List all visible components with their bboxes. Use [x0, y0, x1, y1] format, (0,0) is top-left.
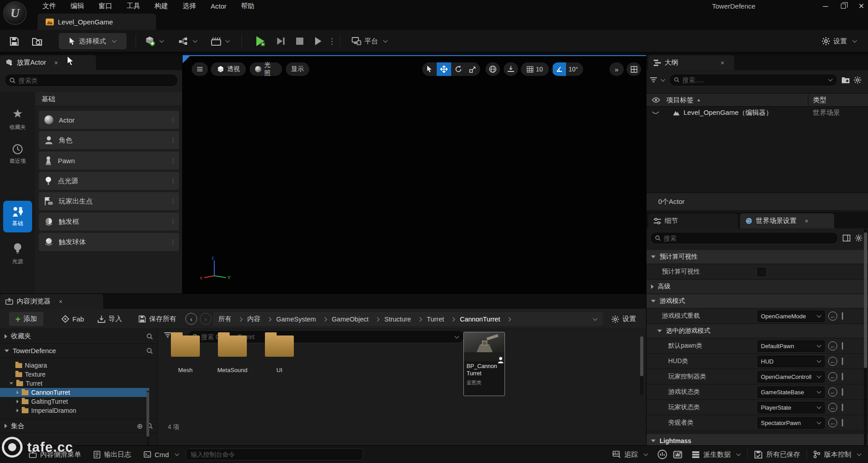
assets-scrollbar-thumb[interactable]: [640, 336, 643, 376]
hud-class-dropdown[interactable]: HUD: [758, 356, 825, 367]
breadcrumb-content[interactable]: 内容: [247, 315, 260, 323]
outliner-tab[interactable]: 大纲 ×: [648, 55, 734, 70]
camera-speed-more[interactable]: »: [609, 62, 624, 76]
eye-closed-icon[interactable]: [652, 111, 659, 115]
menu-tools[interactable]: 工具: [119, 2, 147, 10]
use-selected-asset-icon[interactable]: ←: [828, 312, 837, 321]
player-controller-dropdown[interactable]: OpenGameControlle: [758, 371, 825, 383]
menu-help[interactable]: 帮助: [234, 2, 262, 10]
outliner-search-input[interactable]: [683, 76, 823, 84]
category-lights[interactable]: 光源: [3, 242, 32, 265]
play-button[interactable]: [251, 33, 269, 49]
menu-actor[interactable]: Actor: [203, 2, 234, 10]
place-actors-search-input[interactable]: [19, 77, 173, 84]
section-precomputed-visibility[interactable]: 预计算可视性: [646, 250, 868, 264]
folder-tile-metasound[interactable]: MetaSound: [215, 335, 250, 373]
console-command-input[interactable]: [191, 451, 358, 458]
search-icon[interactable]: [146, 333, 153, 340]
level-viewport[interactable]: 透视 光照 显示: [183, 55, 646, 293]
viewport-perspective-dropdown[interactable]: 透视: [211, 62, 246, 76]
scale-tool[interactable]: [466, 62, 480, 76]
output-log-button[interactable]: 输出日志: [87, 446, 137, 463]
tree-scrollbar-thumb[interactable]: [146, 392, 149, 437]
cinematics-dropdown[interactable]: [209, 33, 232, 49]
save-all-button[interactable]: 保存所有: [138, 312, 176, 326]
select-tool[interactable]: [422, 62, 437, 76]
add-collection-icon[interactable]: ⊕: [137, 422, 143, 430]
outliner-filter-button[interactable]: [650, 77, 665, 83]
default-pawn-dropdown[interactable]: DefaultPawn: [758, 340, 825, 352]
close-icon[interactable]: ×: [59, 298, 62, 305]
rotation-snap-control[interactable]: 10°: [552, 62, 583, 76]
details-search[interactable]: [650, 232, 838, 244]
game-mode-override-dropdown[interactable]: OpenGameMode: [758, 311, 825, 322]
details-scrollbar[interactable]: [864, 229, 867, 445]
eject-button[interactable]: [310, 33, 326, 49]
breadcrumb-structure[interactable]: Structure: [384, 316, 411, 323]
project-root-header[interactable]: TowerDefence: [0, 344, 157, 358]
add-content-button[interactable]: + 添加: [9, 312, 43, 326]
back-button[interactable]: ‹: [185, 313, 197, 325]
viewport-options-menu[interactable]: [192, 62, 208, 76]
precomputed-visibility-checkbox[interactable]: [758, 268, 765, 276]
search-icon[interactable]: [146, 348, 153, 354]
stop-button[interactable]: [291, 33, 308, 49]
place-item-actor[interactable]: Actor ⁞: [39, 111, 179, 129]
viewport-show-dropdown[interactable]: 显示: [286, 62, 309, 76]
close-button[interactable]: ✕: [859, 3, 864, 10]
player-state-dropdown[interactable]: PlayerState: [758, 402, 825, 413]
assets-scrollbar[interactable]: [640, 336, 643, 395]
menu-build[interactable]: 构建: [147, 2, 175, 10]
derived-data-dropdown[interactable]: 派生数据: [685, 446, 747, 463]
outliner-row-level[interactable]: Level_OpenGame（编辑器） 世界场景: [646, 107, 868, 119]
path-dropdown-icon[interactable]: [593, 316, 598, 321]
move-tool-active[interactable]: [437, 62, 451, 76]
frame-skip-button[interactable]: [272, 33, 289, 49]
details-scrollbar-thumb[interactable]: [864, 232, 867, 368]
rotate-tool[interactable]: [451, 62, 466, 76]
grid-snap-control[interactable]: 10: [521, 62, 549, 76]
menu-file[interactable]: 文件: [35, 2, 63, 10]
collections-header[interactable]: 集合 ⊕: [0, 419, 157, 433]
section-game-mode[interactable]: 游戏模式: [646, 294, 868, 308]
drag-handle-icon[interactable]: ⁞: [172, 198, 175, 205]
breadcrumb-gameobject[interactable]: GameObject: [332, 316, 368, 323]
content-browser-tab[interactable]: 内容浏览器 ×: [0, 294, 103, 309]
restore-button[interactable]: [841, 4, 846, 9]
section-selected-game-mode[interactable]: 选中的游戏模式: [646, 324, 868, 338]
editor-settings-dropdown[interactable]: 设置: [816, 33, 862, 49]
category-favorites[interactable]: ★ 收藏夹: [3, 107, 32, 131]
category-recent[interactable]: 最近项: [3, 144, 32, 165]
place-item-trigger-box[interactable]: 触发框 ⁞: [39, 213, 179, 231]
insights-session-icon[interactable]: [657, 449, 667, 459]
close-icon[interactable]: ×: [54, 59, 58, 66]
details-search-input[interactable]: [664, 235, 833, 242]
all-saved-button[interactable]: 所有已保存: [748, 446, 807, 463]
console-command[interactable]: [186, 449, 363, 460]
revision-control-dropdown[interactable]: 版本控制: [807, 446, 868, 463]
use-selected-asset-icon[interactable]: ←: [828, 418, 837, 427]
breadcrumb-gamesystem[interactable]: GameSystem: [276, 316, 316, 323]
viewport-layout-button[interactable]: [627, 62, 641, 76]
play-options-kebab[interactable]: ⋮: [326, 33, 337, 49]
place-item-character[interactable]: 角色 ⁞: [39, 131, 179, 149]
folder-tile-ui[interactable]: UI: [262, 335, 297, 373]
close-icon[interactable]: ×: [721, 59, 724, 66]
insights-capture-icon[interactable]: [673, 449, 683, 459]
tree-item-imperialdramon[interactable]: ImperialDramon: [0, 406, 149, 415]
section-advanced[interactable]: 高级: [646, 280, 868, 294]
content-browser-settings[interactable]: 设置: [611, 312, 636, 326]
menu-select[interactable]: 选择: [175, 2, 203, 10]
drag-handle-icon[interactable]: ⁞: [172, 116, 175, 124]
close-icon[interactable]: ×: [805, 217, 808, 225]
place-item-point-light[interactable]: 点光源 ⁞: [39, 172, 179, 190]
forward-button[interactable]: ›: [200, 313, 212, 325]
platform-dropdown[interactable]: 平台: [348, 33, 392, 49]
details-tab[interactable]: 细节: [648, 213, 738, 228]
tree-item-niagara[interactable]: Niagara: [0, 361, 149, 370]
breadcrumb-all[interactable]: 所有: [218, 315, 231, 323]
surface-snap-toggle[interactable]: [504, 62, 518, 76]
use-selected-asset-icon[interactable]: ←: [828, 372, 837, 381]
viewport-lit-dropdown[interactable]: 光照: [250, 62, 282, 76]
place-item-player-start[interactable]: 玩家出生点 ⁞: [39, 192, 179, 210]
